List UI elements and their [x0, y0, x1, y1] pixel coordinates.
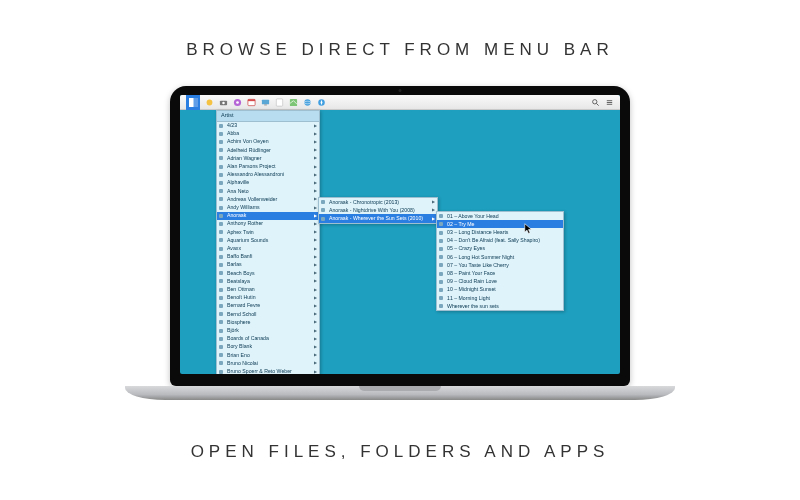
- globe-icon[interactable]: [302, 97, 312, 107]
- col1-item[interactable]: Boards of Canada▶: [217, 335, 319, 343]
- col3-item[interactable]: 01 – Above Your Head: [437, 212, 563, 220]
- item-label: Anoraak - Wherever the Sun Sets (2010): [329, 216, 423, 221]
- col1-item[interactable]: Andreas Vollenweider▶: [217, 195, 319, 203]
- svg-rect-9: [261, 99, 268, 104]
- folder-icon: [219, 189, 223, 193]
- col3-item[interactable]: 06 – Long Hot Summer Night: [437, 253, 563, 261]
- maps-icon[interactable]: [288, 97, 298, 107]
- col1-item[interactable]: Anoraak▶: [217, 212, 319, 220]
- tagline-bottom: OPEN FILES, FOLDERS AND APPS: [0, 442, 800, 462]
- col1-item[interactable]: Abba▶: [217, 130, 319, 138]
- col3-item[interactable]: Wherever the sun sets: [437, 302, 563, 310]
- col3-item[interactable]: 11 – Morning Light: [437, 294, 563, 302]
- svg-point-2: [206, 99, 212, 105]
- col1-item[interactable]: Adelheid Rüdlinger▶: [217, 146, 319, 154]
- item-label: Alan Parsons Project: [227, 164, 275, 169]
- col1-item[interactable]: Aphex Twin▶: [217, 228, 319, 236]
- chevron-right-icon: ▶: [314, 197, 317, 201]
- col3-item[interactable]: 02 – Try Me: [437, 220, 563, 228]
- list-icon[interactable]: [604, 97, 614, 107]
- folder-icon: [439, 296, 443, 300]
- col1-item[interactable]: Brian Eno▶: [217, 351, 319, 359]
- calendar-icon[interactable]: [246, 97, 256, 107]
- col1-item[interactable]: Anthony Rother▶: [217, 220, 319, 228]
- col1-item[interactable]: Benoît Hutin▶: [217, 294, 319, 302]
- col2-item[interactable]: Anoraak - Wherever the Sun Sets (2010)▶: [319, 214, 437, 222]
- folder-icon: [439, 255, 443, 259]
- col1-item[interactable]: Andy Williams▶: [217, 204, 319, 212]
- search-icon[interactable]: [590, 97, 600, 107]
- col1-item[interactable]: Bruno Spoerr & Reto Weber▶: [217, 368, 319, 374]
- col2-item[interactable]: Anoraak - Chronotropic (2013)▶: [319, 198, 437, 206]
- folder-icon: [219, 230, 223, 234]
- folder-icon: [219, 140, 223, 144]
- chevron-right-icon: ▶: [314, 288, 317, 292]
- col3-item[interactable]: 07 – You Taste Like Cherry: [437, 261, 563, 269]
- weather-icon[interactable]: [204, 97, 214, 107]
- col1-item[interactable]: Björk▶: [217, 327, 319, 335]
- item-label: 06 – Long Hot Summer Night: [447, 255, 514, 260]
- item-label: Bory Blank: [227, 344, 252, 349]
- col3-item[interactable]: 08 – Paint Your Face: [437, 269, 563, 277]
- col1-item[interactable]: Bernd Scholl▶: [217, 310, 319, 318]
- col1-item[interactable]: Biosphere▶: [217, 318, 319, 326]
- col1-item[interactable]: Alan Parsons Project▶: [217, 163, 319, 171]
- item-label: Bernd Scholl: [227, 312, 256, 317]
- col3-item[interactable]: 05 – Crazy Eyes: [437, 245, 563, 253]
- chevron-right-icon: ▶: [314, 263, 317, 267]
- col3-item[interactable]: 09 – Cloud Rain Love: [437, 278, 563, 286]
- col3-item[interactable]: 04 – Don't Be Afraid (feat. Sally Shapir…: [437, 237, 563, 245]
- item-label: 07 – You Taste Like Cherry: [447, 263, 509, 268]
- item-label: Abba: [227, 131, 239, 136]
- col1-item[interactable]: Alphaville▶: [217, 179, 319, 187]
- menu-bar: [180, 95, 620, 110]
- chevron-right-icon: ▶: [432, 200, 435, 204]
- chevron-right-icon: ▶: [314, 140, 317, 144]
- folder-icon: [439, 231, 443, 235]
- col1-item[interactable]: Ana Neto▶: [217, 187, 319, 195]
- item-label: Alessandro Alessandroni: [227, 172, 284, 177]
- col1-item[interactable]: Ben Ottman▶: [217, 286, 319, 294]
- col1-item[interactable]: Beatslaya▶: [217, 277, 319, 285]
- item-label: 09 – Cloud Rain Love: [447, 279, 497, 284]
- itunes-icon[interactable]: [232, 97, 242, 107]
- folder-icon: [219, 263, 223, 267]
- col2-item[interactable]: Anoraak - Nightdrive With You (2008)▶: [319, 206, 437, 214]
- col1-item[interactable]: Bruno Nicolai▶: [217, 359, 319, 367]
- notes-icon[interactable]: [274, 97, 284, 107]
- item-label: Beatslaya: [227, 279, 250, 284]
- column-album: Anoraak - Chronotropic (2013)▶Anoraak - …: [318, 197, 438, 224]
- col1-item[interactable]: 4/23▶: [217, 122, 319, 130]
- svg-point-13: [304, 99, 310, 105]
- item-label: 08 – Paint Your Face: [447, 271, 495, 276]
- folder-icon: [219, 304, 223, 308]
- safari-icon[interactable]: [316, 97, 326, 107]
- col1-item[interactable]: Bernard Fevre▶: [217, 302, 319, 310]
- chevron-right-icon: ▶: [314, 353, 317, 357]
- col1-item[interactable]: Bory Blank▶: [217, 343, 319, 351]
- col1-item[interactable]: Baffo Banfi▶: [217, 253, 319, 261]
- col1-item[interactable]: Barlas▶: [217, 261, 319, 269]
- col1-item[interactable]: Avaxx▶: [217, 245, 319, 253]
- col1-item[interactable]: Beach Boys▶: [217, 269, 319, 277]
- finder-icon[interactable]: [186, 95, 200, 110]
- monitor-icon[interactable]: [260, 97, 270, 107]
- item-label: Brian Eno: [227, 353, 250, 358]
- item-label: Benoît Hutin: [227, 295, 256, 300]
- camera-icon[interactable]: [218, 97, 228, 107]
- col3-item[interactable]: 03 – Long Distance Hearts: [437, 228, 563, 236]
- item-label: Barlas: [227, 262, 242, 267]
- folder-icon: [219, 353, 223, 357]
- folder-icon: [321, 217, 325, 221]
- item-label: Björk: [227, 328, 239, 333]
- chevron-right-icon: ▶: [314, 296, 317, 300]
- col1-item[interactable]: Aquarium Sounds▶: [217, 236, 319, 244]
- col3-item[interactable]: 10 – Midnight Sunset: [437, 286, 563, 294]
- item-label: 10 – Midnight Sunset: [447, 287, 496, 292]
- folder-icon: [219, 370, 223, 374]
- item-label: Wherever the sun sets: [447, 304, 499, 309]
- col1-item[interactable]: Adrian Wagner▶: [217, 154, 319, 162]
- chevron-right-icon: ▶: [314, 312, 317, 316]
- col1-item[interactable]: Alessandro Alessandroni▶: [217, 171, 319, 179]
- col1-item[interactable]: Achim Von Oeyen▶: [217, 138, 319, 146]
